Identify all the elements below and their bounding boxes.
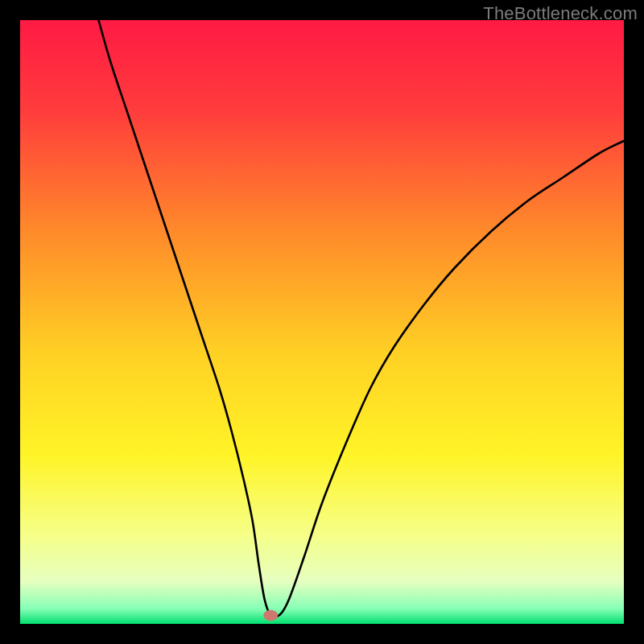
plot-area xyxy=(20,20,624,624)
frame: TheBottleneck.com xyxy=(0,0,644,644)
optimum-marker xyxy=(263,610,278,621)
bottleneck-curve xyxy=(20,20,624,624)
watermark: TheBottleneck.com xyxy=(483,3,638,24)
